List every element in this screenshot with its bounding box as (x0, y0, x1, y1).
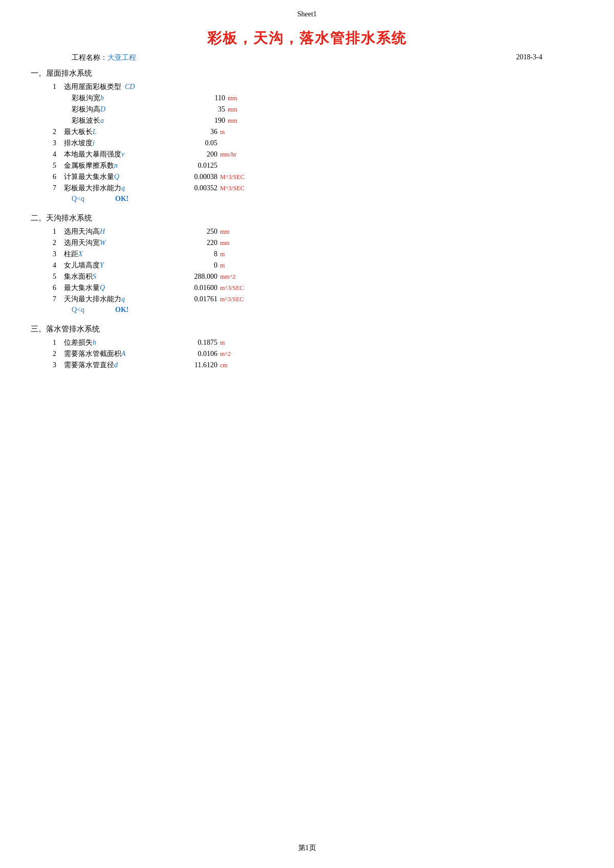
s2-row1: 1 选用天沟高H 250 mm (31, 227, 583, 236)
s2-condition-text: Q<q (72, 306, 84, 314)
project-date: 2018-3-4 (516, 53, 542, 62)
s3-row1: 1 位差损失h 0.1875 m (31, 338, 583, 347)
section1-block: 一。屋面排水系统 1 选用屋面彩板类型 CD 彩板沟宽b 110 mm 彩板沟高… (31, 69, 583, 203)
section3-title: 三。落水管排水系统 (31, 324, 583, 334)
s1-row-a: 彩板波长a 190 mm (31, 116, 583, 125)
s2-row6: 6 最大集水量Q 0.01600 m^3/SEC (31, 283, 583, 293)
s1-row4: 4 本地最大暴雨强度v 200 mm/hr (31, 150, 583, 159)
s2-condition-row: Q<q OK! (31, 306, 583, 314)
s1-row5: 5 金属板摩擦系数n 0.0125 (31, 161, 583, 170)
s1-row2: 2 最大板长L 36 m (31, 127, 583, 137)
main-title: 彩板，天沟，落水管排水系统 (31, 29, 583, 48)
s2-row4: 4 女儿墙高度Y 0 m (31, 261, 583, 270)
s3-row2: 2 需要落水管截面积A 0.0106 m^2 (31, 349, 583, 359)
s1-row6: 6 计算最大集水量Q 0.00038 M^3/SEC (31, 172, 583, 182)
s2-row5: 5 集水面积S 288.000 mm^2 (31, 272, 583, 281)
project-label-name: 工程名称：大亚工程 (72, 53, 136, 62)
s2-row2: 2 选用天沟宽W 220 mm (31, 238, 583, 248)
section1-title: 一。屋面排水系统 (31, 69, 583, 78)
s3-row3: 3 需要落水管直径d 11.6120 cm (31, 361, 583, 370)
s1-condition-text: Q<q (72, 195, 84, 203)
s1-row1: 1 选用屋面彩板类型 CD (31, 82, 583, 92)
project-info-row: 工程名称：大亚工程 2018-3-4 (31, 53, 583, 62)
s1-ok-badge: OK! (115, 195, 128, 203)
s2-row7: 7 天沟最大排水能力q 0.01761 m^3/SEC (31, 295, 583, 304)
s1-row-D: 彩板沟高D 35 mm (31, 105, 583, 114)
s1-row-b: 彩板沟宽b 110 mm (31, 94, 583, 103)
s2-row3: 3 柱距X 8 m (31, 250, 583, 259)
s1-row7: 7 彩板最大排水能力q 0.00352 M^3/SEC (31, 184, 583, 193)
section3-block: 三。落水管排水系统 1 位差损失h 0.1875 m 2 需要落水管截面积A 0… (31, 324, 583, 370)
page-footer: 第1页 (0, 843, 614, 853)
sheet-tab-title: Sheet1 (31, 10, 583, 18)
section2-block: 二。天沟排水系统 1 选用天沟高H 250 mm 2 选用天沟宽W 220 mm… (31, 213, 583, 314)
section2-title: 二。天沟排水系统 (31, 213, 583, 223)
page-container: Sheet1 彩板，天沟，落水管排水系统 工程名称：大亚工程 2018-3-4 … (0, 0, 614, 868)
s1-row3: 3 排水坡度i 0.05 (31, 139, 583, 148)
s1-condition-row: Q<q OK! (31, 195, 583, 203)
s2-ok-badge: OK! (115, 306, 128, 314)
